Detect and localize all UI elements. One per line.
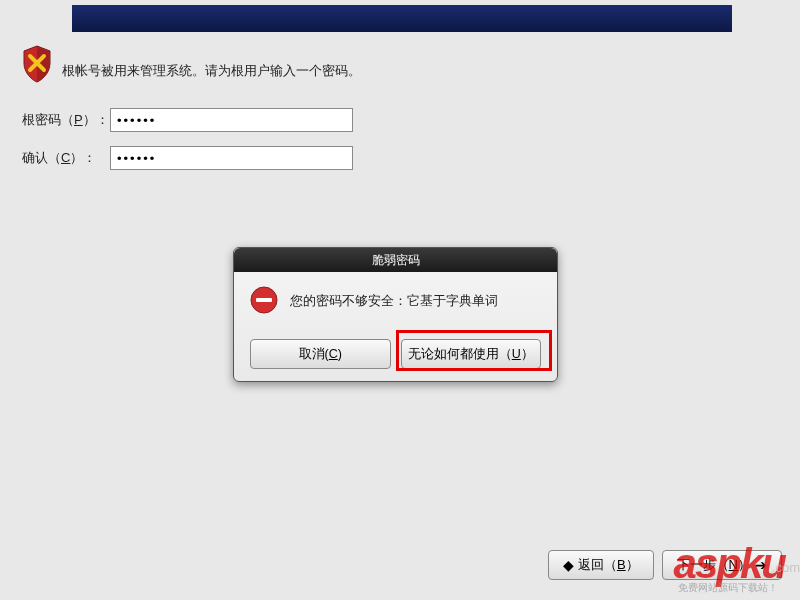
dialog-message: 您的密码不够安全：它基于字典单词 [290,293,498,310]
arrow-right-icon: ➔ [755,557,767,573]
confirm-password-input[interactable] [110,146,353,170]
watermark-sub: 免费网站源码下载站！ [678,581,778,595]
dialog-title: 脆弱密码 [234,248,557,272]
weak-password-dialog: 脆弱密码 您的密码不够安全：它基于字典单词 取消(C) 无论如何都使用（U） [233,247,558,382]
back-button[interactable]: ◆ 返回（B） [548,550,654,580]
arrow-left-icon: ◆ [563,557,574,573]
header-band [72,5,732,32]
nav-buttons: ◆ 返回（B） 下一步（N） ➔ [548,550,782,580]
root-password-input[interactable] [110,108,353,132]
next-button[interactable]: 下一步（N） ➔ [662,550,782,580]
shield-icon [22,45,52,86]
root-password-label: 根密码（P）： [22,111,110,129]
svg-rect-1 [256,298,272,302]
error-icon [250,286,278,317]
cancel-button[interactable]: 取消(C) [250,339,391,369]
password-form: 根密码（P）： 确认（C）： [22,108,353,184]
page-instruction: 根帐号被用来管理系统。请为根用户输入一个密码。 [62,62,361,80]
confirm-password-label: 确认（C）： [22,149,110,167]
use-anyway-button[interactable]: 无论如何都使用（U） [401,339,542,369]
